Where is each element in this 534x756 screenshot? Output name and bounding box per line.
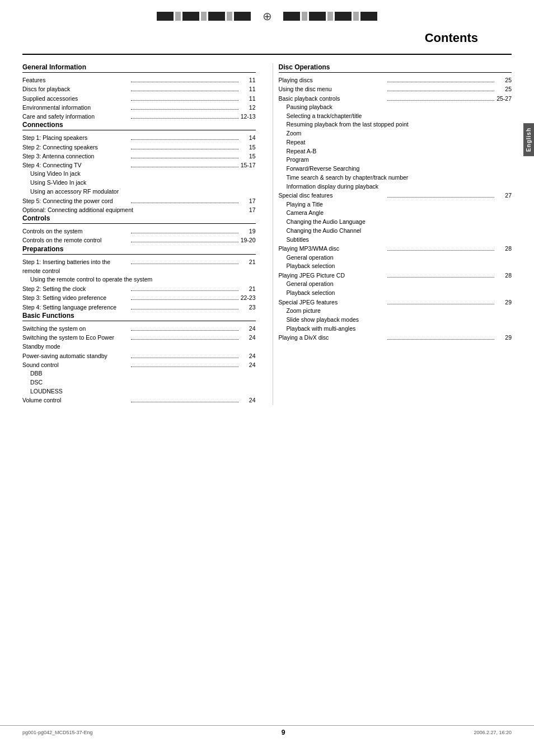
- toc-dots: [131, 367, 238, 367]
- toc-page: 25: [496, 76, 512, 84]
- toc-entry: Step 1: Placing speakers14: [22, 133, 256, 142]
- toc-dots: [387, 250, 494, 251]
- toc-entry: Using S-Video In jack: [22, 179, 256, 187]
- toc-section: Basic FunctionsSwitching the system on24…: [22, 312, 256, 405]
- toc-section: ConnectionsStep 1: Placing speakers14Ste…: [22, 121, 256, 214]
- toc-page: 24: [240, 333, 256, 342]
- footer-right: 2006.2.27, 16:20: [474, 730, 512, 735]
- toc-label: Switching the system on: [22, 324, 129, 333]
- bar-seg: [360, 12, 377, 21]
- bar-seg: [353, 12, 359, 21]
- toc-entry: Selecting a track/chapter/title: [279, 112, 512, 121]
- toc-dots: [131, 264, 238, 264]
- toc-page: 15: [240, 152, 256, 161]
- toc-page: 23: [240, 303, 256, 312]
- toc-dots: [131, 203, 238, 203]
- toc-entry: Camera Angle: [279, 209, 512, 218]
- toc-entry: Step 2: Setting the clock21: [22, 284, 256, 293]
- toc-label: Step 5: Connecting the power cord: [22, 196, 129, 205]
- toc-entry: Special disc features27: [279, 191, 512, 200]
- toc-dots: [387, 82, 494, 82]
- language-tab: English: [523, 123, 534, 156]
- toc-entry: Care and safety information12-13: [22, 112, 256, 121]
- toc-entry: Information display during playback: [279, 182, 512, 191]
- toc-page: 25: [496, 84, 512, 93]
- toc-page: 24: [240, 351, 256, 360]
- toc-label: Step 2: Connecting speakers: [22, 143, 129, 152]
- toc-entry: Discs for playback11: [22, 84, 256, 93]
- toc-label: Controls on the system: [22, 227, 129, 236]
- toc-entry: Features11: [22, 76, 256, 84]
- toc-page: 28: [496, 271, 512, 280]
- toc-entry: Special JPEG features29: [279, 298, 512, 307]
- header-decoration: [0, 0, 534, 28]
- toc-page: 25-27: [496, 94, 512, 103]
- toc-entry: Zoom: [279, 129, 512, 138]
- toc-dots: [387, 100, 494, 101]
- bar-seg: [283, 12, 300, 21]
- bar-seg: [182, 12, 199, 21]
- toc-label: Playing a DivX disc: [279, 333, 386, 342]
- toc-dots: [131, 91, 238, 91]
- toc-entry: Supplied accessories11: [22, 94, 256, 103]
- toc-dots: [131, 330, 238, 331]
- toc-label: Step 1: Placing speakers: [22, 133, 129, 142]
- toc-dots: [131, 167, 238, 167]
- toc-dots: [131, 118, 238, 119]
- page-title: Contents: [22, 28, 512, 55]
- bar-seg: [175, 12, 181, 21]
- toc-entry: Playing JPEG Picture CD28: [279, 271, 512, 280]
- header-bar-right: [283, 12, 377, 21]
- toc-entry: Using the disc menu25: [279, 84, 512, 93]
- toc-entry: Step 5: Connecting the power cord17: [22, 196, 256, 205]
- toc-entry: Playing a Title: [279, 200, 512, 209]
- toc-label: Power-saving automatic standby: [22, 351, 129, 360]
- toc-label: Step 3: Antenna connection: [22, 152, 129, 161]
- toc-entry: Step 3: Setting video preference22-23: [22, 293, 256, 302]
- toc-page: 24: [240, 396, 256, 405]
- toc-entry: Switching the system to Eco Power Standb…: [22, 333, 256, 351]
- toc-page: 17: [240, 196, 256, 205]
- toc-entry: Step 2: Connecting speakers15: [22, 143, 256, 152]
- toc-section: PreparationsStep 1: Inserting batteries …: [22, 245, 256, 312]
- toc-entry: LOUDNESS: [22, 387, 256, 396]
- toc-page: 24: [240, 324, 256, 333]
- toc-page: 19-20: [240, 236, 256, 245]
- toc-label: Care and safety information: [22, 112, 129, 121]
- crosshair-icon: [261, 10, 273, 22]
- toc-dots: [131, 339, 238, 340]
- toc-entry: DSC: [22, 378, 256, 387]
- toc-entry: Step 3: Antenna connection15: [22, 152, 256, 161]
- toc-entry: Switching the system on24: [22, 324, 256, 333]
- toc-entry: Time search & search by chapter/track nu…: [279, 173, 512, 182]
- toc-entry: Slide show playback modes: [279, 316, 512, 325]
- toc-entry: Pausing playback: [279, 103, 512, 112]
- toc-dots: [131, 242, 238, 242]
- toc-entry: Power-saving automatic standby24: [22, 351, 256, 360]
- toc-entry: DBB: [22, 369, 256, 378]
- toc-page: 12-13: [240, 112, 256, 121]
- toc-entry: General operation: [279, 280, 512, 289]
- toc-entry: Sound control24: [22, 360, 256, 369]
- section-header: Controls: [22, 214, 256, 224]
- toc-entry: Playing a DivX disc29: [279, 333, 512, 342]
- toc-page: 11: [240, 84, 256, 93]
- toc-dots: [387, 339, 494, 340]
- toc-page: 12: [240, 103, 256, 112]
- toc-entry: Playing MP3/WMA disc28: [279, 244, 512, 253]
- toc-label: Environmental information: [22, 103, 129, 112]
- toc-dots: [131, 100, 238, 101]
- toc-label: Volume control: [22, 396, 129, 405]
- toc-page: 21: [240, 257, 256, 266]
- toc-entry: Controls on the system19: [22, 227, 256, 236]
- toc-entry: Playback selection: [279, 262, 512, 271]
- toc-dots: [387, 304, 494, 304]
- toc-dots: [131, 149, 238, 149]
- toc-entry: Using the remote control to operate the …: [22, 275, 256, 284]
- toc-label: Optional: Connecting additional equipmen…: [22, 205, 240, 214]
- toc-dots: [131, 139, 238, 140]
- toc-dots: [131, 233, 238, 233]
- toc-dots: [131, 82, 238, 82]
- toc-page: 22-23: [240, 293, 256, 302]
- bar-seg: [227, 12, 232, 21]
